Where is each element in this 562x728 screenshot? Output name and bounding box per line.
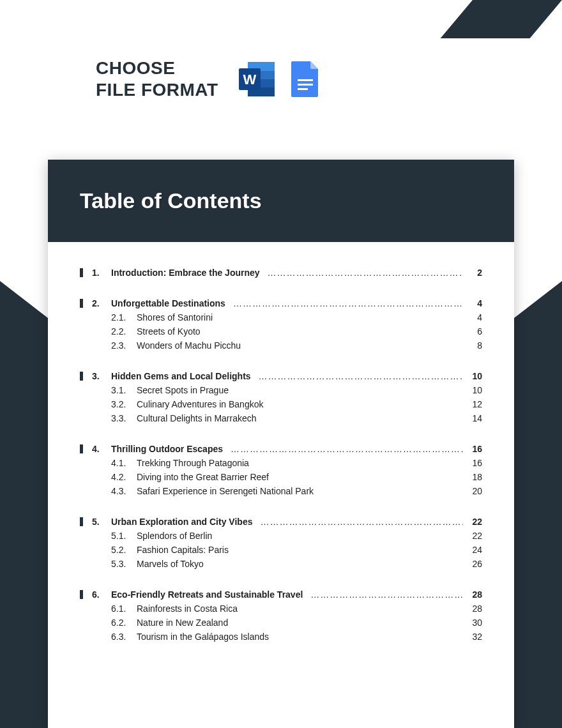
toc-sub-number: 2.1. xyxy=(111,312,137,322)
toc-sub-title: Safari Experience in Serengeti National … xyxy=(137,486,467,496)
choose-label-line1: CHOOSE xyxy=(96,58,175,78)
toc-sub-number: 5.3. xyxy=(111,559,137,569)
toc-sub-page: 22 xyxy=(467,531,482,541)
toc-subentry: 3.3.Cultural Delights in Marrakech14 xyxy=(80,413,482,423)
toc-sub-page: 16 xyxy=(467,458,482,468)
toc-sub-title: Nature in New Zealand xyxy=(137,618,467,628)
toc-sub-title: Fashion Capitals: Paris xyxy=(137,545,467,555)
toc-title: Unforgettable Destinations xyxy=(111,298,225,308)
toc-subentry: 2.1.Shores of Santorini4 xyxy=(80,312,482,322)
toc-section: 6.Eco-Friendly Retreats and Sustainable … xyxy=(80,589,482,642)
toc-leader-dots xyxy=(268,268,463,278)
toc-section: 4.Thrilling Outdoor Escapes164.1.Trekkin… xyxy=(80,444,482,496)
toc-sub-title: Trekking Through Patagonia xyxy=(137,458,467,468)
google-docs-format-button[interactable] xyxy=(290,60,321,98)
toc-section: 1.Introduction: Embrace the Journey2 xyxy=(80,268,482,278)
toc-subentry: 3.1.Secret Spots in Prague10 xyxy=(80,385,482,395)
page-title: Table of Contents xyxy=(80,188,482,213)
toc-subentry: 2.2.Streets of Kyoto6 xyxy=(80,326,482,337)
toc-title: Urban Exploration and City Vibes xyxy=(111,517,252,527)
document-preview: Table of Contents 1.Introduction: Embrac… xyxy=(48,160,514,728)
toc-number: 6. xyxy=(92,589,111,600)
toc-number: 2. xyxy=(92,298,111,308)
toc-page: 22 xyxy=(467,517,482,527)
toc-sub-page: 30 xyxy=(467,618,482,628)
toc-title: Introduction: Embrace the Journey xyxy=(111,268,260,278)
toc-sub-page: 4 xyxy=(467,312,482,322)
toc-leader-dots xyxy=(259,371,463,381)
toc-sub-number: 5.2. xyxy=(111,545,137,555)
toc-marker xyxy=(80,268,83,277)
toc-sub-number: 2.3. xyxy=(111,340,137,351)
toc-entry: 5.Urban Exploration and City Vibes22 xyxy=(80,517,482,527)
toc-subentry: 6.3.Tourism in the Galápagos Islands32 xyxy=(80,632,482,642)
svg-text:W: W xyxy=(243,72,256,87)
toc-title: Hidden Gems and Local Delights xyxy=(111,371,251,381)
toc-title: Eco-Friendly Retreats and Sustainable Tr… xyxy=(111,589,303,600)
toc-sub-title: Streets of Kyoto xyxy=(137,326,467,337)
toc-leader-dots xyxy=(233,298,463,308)
toc-sub-number: 2.2. xyxy=(111,326,137,337)
toc-entry: 4.Thrilling Outdoor Escapes16 xyxy=(80,444,482,454)
toc-sub-page: 10 xyxy=(467,385,482,395)
toc-subentry: 6.1.Rainforests in Costa Rica28 xyxy=(80,603,482,614)
toc-subentry: 5.2.Fashion Capitals: Paris24 xyxy=(80,545,482,555)
toc-section: 2.Unforgettable Destinations42.1.Shores … xyxy=(80,298,482,351)
toc-subentry: 3.2.Culinary Adventures in Bangkok12 xyxy=(80,399,482,409)
toc-sub-page: 8 xyxy=(467,340,482,351)
toc-subentry: 4.3.Safari Experience in Serengeti Natio… xyxy=(80,486,482,496)
toc-sub-page: 18 xyxy=(467,472,482,482)
toc-marker xyxy=(80,372,83,381)
toc-subentry: 5.1.Splendors of Berlin22 xyxy=(80,531,482,541)
toc-sub-page: 28 xyxy=(467,603,482,614)
google-docs-icon xyxy=(290,60,321,98)
toc-section: 3.Hidden Gems and Local Delights103.1.Se… xyxy=(80,371,482,423)
document-header: Table of Contents xyxy=(48,160,514,242)
toc-title: Thrilling Outdoor Escapes xyxy=(111,444,223,454)
toc-sub-number: 3.2. xyxy=(111,399,137,409)
toc-sub-title: Secret Spots in Prague xyxy=(137,385,467,395)
toc-sub-page: 6 xyxy=(467,326,482,337)
toc-entry: 6.Eco-Friendly Retreats and Sustainable … xyxy=(80,589,482,600)
toc-sub-page: 20 xyxy=(467,486,482,496)
word-format-button[interactable]: W xyxy=(238,59,277,99)
toc-entry: 2.Unforgettable Destinations4 xyxy=(80,298,482,308)
svg-rect-7 xyxy=(298,79,313,81)
toc-sub-number: 3.3. xyxy=(111,413,137,423)
toc-subentry: 4.1.Trekking Through Patagonia16 xyxy=(80,458,482,468)
toc-sub-title: Shores of Santorini xyxy=(137,312,467,322)
toc-sub-title: Diving into the Great Barrier Reef xyxy=(137,472,467,482)
file-format-header: CHOOSE FILE FORMAT W xyxy=(0,0,562,100)
toc-sub-title: Rainforests in Costa Rica xyxy=(137,603,467,614)
toc-sub-title: Cultural Delights in Marrakech xyxy=(137,413,467,423)
toc-sub-title: Culinary Adventures in Bangkok xyxy=(137,399,467,409)
toc-sub-title: Wonders of Machu Picchu xyxy=(137,340,467,351)
toc-marker xyxy=(80,299,83,308)
toc-sub-page: 14 xyxy=(467,413,482,423)
toc-page: 4 xyxy=(467,298,482,308)
toc-page: 10 xyxy=(467,371,482,381)
toc-marker xyxy=(80,517,83,526)
toc-subentry: 6.2.Nature in New Zealand30 xyxy=(80,618,482,628)
toc-marker xyxy=(80,444,83,453)
svg-rect-8 xyxy=(298,84,313,86)
toc-sub-number: 6.3. xyxy=(111,632,137,642)
toc-sub-number: 4.1. xyxy=(111,458,137,468)
toc-marker xyxy=(80,590,83,599)
toc-page: 2 xyxy=(467,268,482,278)
toc-entry: 3.Hidden Gems and Local Delights10 xyxy=(80,371,482,381)
toc-number: 4. xyxy=(92,444,111,454)
toc-leader-dots xyxy=(260,517,463,527)
toc-body: 1.Introduction: Embrace the Journey22.Un… xyxy=(48,242,514,681)
toc-sub-number: 5.1. xyxy=(111,531,137,541)
toc-sub-page: 24 xyxy=(467,545,482,555)
toc-sub-number: 3.1. xyxy=(111,385,137,395)
toc-sub-title: Marvels of Tokyo xyxy=(137,559,467,569)
toc-section: 5.Urban Exploration and City Vibes225.1.… xyxy=(80,517,482,569)
toc-page: 28 xyxy=(467,589,482,600)
toc-subentry: 2.3.Wonders of Machu Picchu8 xyxy=(80,340,482,351)
toc-number: 5. xyxy=(92,517,111,527)
toc-leader-dots xyxy=(310,589,463,600)
toc-sub-number: 6.2. xyxy=(111,618,137,628)
word-icon: W xyxy=(238,59,277,99)
